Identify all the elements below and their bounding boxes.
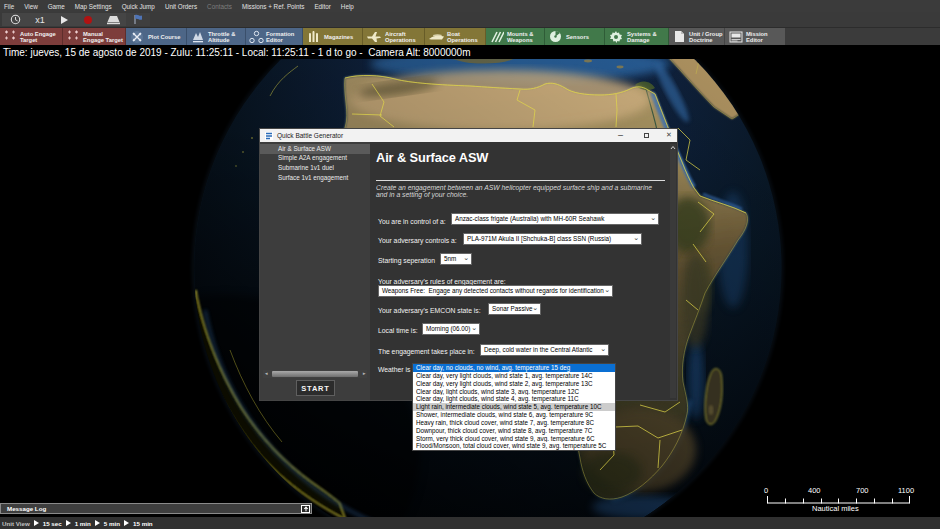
svg-text:400: 400 [808,486,821,495]
svg-text:0: 0 [764,486,768,495]
svg-text:1100: 1100 [898,486,914,495]
svg-text:Nautical miles: Nautical miles [812,504,859,512]
svg-text:700: 700 [856,486,869,495]
